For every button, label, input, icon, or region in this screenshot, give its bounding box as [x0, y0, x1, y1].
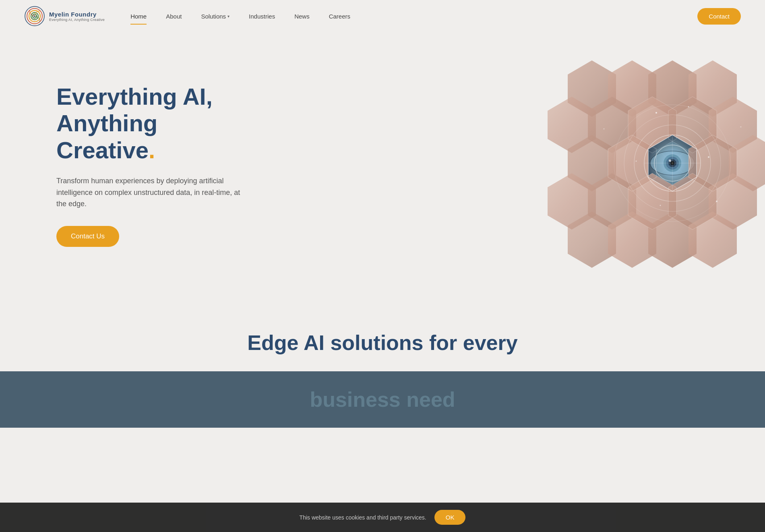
section2: Edge AI solutions for every	[0, 298, 765, 371]
section3: business need	[0, 371, 765, 428]
logo-text: Myelin Foundry Everything AI, Anything C…	[49, 11, 105, 22]
logo[interactable]: Myelin Foundry Everything AI, Anything C…	[24, 6, 105, 27]
logo-icon	[24, 6, 45, 27]
contact-nav-button[interactable]: Contact	[697, 8, 741, 25]
svg-point-76	[688, 106, 689, 108]
nav-industries[interactable]: Industries	[239, 10, 285, 23]
solutions-dropdown-icon: ▾	[227, 14, 229, 19]
nav-home[interactable]: Home	[121, 10, 156, 23]
nav-solutions[interactable]: Solutions ▾	[191, 10, 239, 23]
hero-section: Everything AI, Anything Creative. Transf…	[0, 32, 765, 298]
section3-title: business need	[310, 387, 455, 412]
svg-point-79	[660, 205, 661, 206]
nav-news[interactable]: News	[285, 10, 319, 23]
nav-careers[interactable]: Careers	[319, 10, 360, 23]
svg-point-82	[740, 126, 742, 128]
svg-point-75	[655, 112, 657, 114]
svg-point-46	[669, 159, 671, 162]
svg-point-80	[716, 201, 717, 202]
brand-name: Myelin Foundry	[49, 11, 105, 18]
section2-title: Edge AI solutions for every	[24, 330, 741, 355]
hero-visual	[531, 48, 765, 282]
hero-contact-button[interactable]: Contact Us	[56, 226, 119, 247]
nav-links: Home About Solutions ▾ Industries News C…	[121, 10, 697, 23]
svg-point-77	[636, 161, 637, 162]
hero-subtitle: Transform human experiences by deploying…	[56, 175, 242, 210]
hero-title: Everything AI, Anything Creative.	[56, 83, 266, 164]
nav-about[interactable]: About	[156, 10, 191, 23]
brand-tagline: Everything AI, Anything Creative	[49, 18, 105, 22]
svg-point-78	[708, 156, 709, 158]
hero-content: Everything AI, Anything Creative. Transf…	[56, 83, 266, 247]
svg-point-81	[604, 128, 605, 130]
hex-visual-svg	[531, 48, 765, 298]
navbar: Myelin Foundry Everything AI, Anything C…	[0, 0, 765, 32]
